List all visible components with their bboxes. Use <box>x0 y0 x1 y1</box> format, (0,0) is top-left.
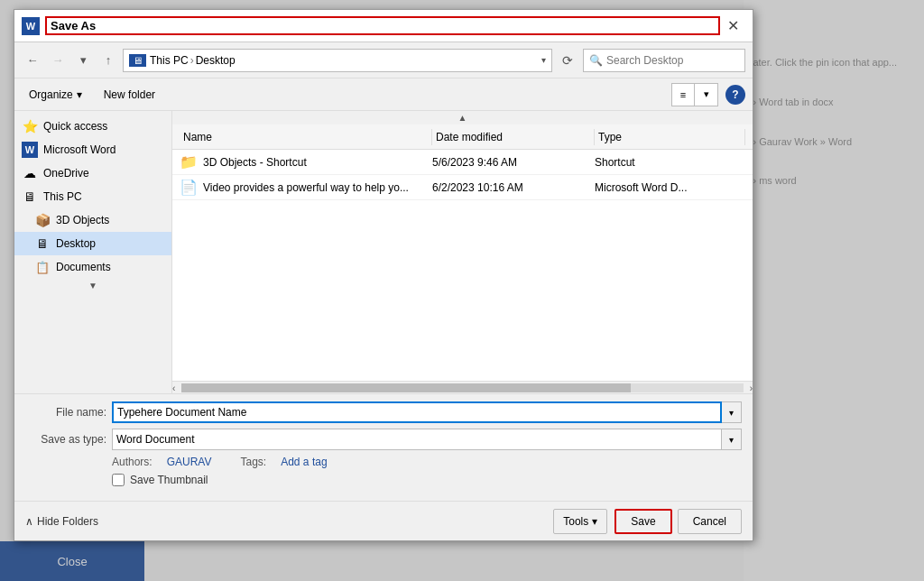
help-button[interactable]: ? <box>725 85 745 105</box>
scroll-up-icon: ▲ <box>458 113 467 123</box>
savetype-label: Save as type: <box>25 433 106 446</box>
view-dropdown-button[interactable]: ▾ <box>695 83 718 106</box>
sidebar-item-onedrive[interactable]: ☁ OneDrive <box>14 161 171 185</box>
scroll-right-btn[interactable]: › <box>750 383 753 393</box>
filename-row: File name: ▾ <box>25 401 742 423</box>
tools-button[interactable]: Tools ▾ <box>553 509 607 534</box>
filename-input-container: ▾ <box>112 401 742 423</box>
scroll-up-button[interactable]: ▲ <box>172 111 753 124</box>
sidebar-item-this-pc[interactable]: 🖥 This PC <box>14 185 171 208</box>
file-name-text-2: Video provides a powerful way to help yo… <box>203 181 409 194</box>
authors-value[interactable]: GAURAV <box>167 456 212 468</box>
savetype-container: Word Document ▾ <box>112 429 742 450</box>
h-scroll-thumb[interactable] <box>181 383 631 392</box>
scroll-left-btn[interactable]: ‹ <box>172 383 175 393</box>
col-header-name[interactable]: Name <box>180 129 432 145</box>
search-icon: 🔍 <box>589 54 603 67</box>
view-icon-button[interactable]: ≡ <box>671 83 695 106</box>
sidebar-item-documents[interactable]: 📋 Documents <box>14 255 171 279</box>
desktop-icon: 🖥 <box>34 235 51 252</box>
hide-folders-label: Hide Folders <box>37 515 98 528</box>
close-button[interactable]: ✕ <box>720 14 745 39</box>
desktop-label: Desktop <box>56 237 96 250</box>
address-bar[interactable]: 🖥 This PC › Desktop ▾ <box>123 49 552 72</box>
new-folder-button[interactable]: New folder <box>97 83 162 106</box>
col-header-date[interactable]: Date modified <box>432 129 595 145</box>
word-icon: W <box>22 17 40 35</box>
dropdown-history-button[interactable]: ▾ <box>72 50 94 71</box>
quick-access-icon: ⭐ <box>22 118 38 134</box>
documents-label: Documents <box>56 261 111 273</box>
file-list: 📁 3D Objects - Shortcut 5/6/2023 9:46 AM… <box>172 150 753 381</box>
save-button[interactable]: Save <box>614 509 671 534</box>
footer-bar: ∧ Hide Folders Tools ▾ Save Cancel <box>14 501 753 540</box>
thumbnail-row: Save Thumbnail <box>25 474 742 486</box>
sidebar-scroll-down[interactable]: ▼ <box>14 279 171 292</box>
file-name-2: 📄 Video provides a powerful way to help … <box>180 179 432 196</box>
quick-access-label: Quick access <box>43 120 107 133</box>
path-desktop[interactable]: Desktop <box>196 54 236 67</box>
sidebar-item-quick-access[interactable]: ⭐ Quick access <box>14 115 171 138</box>
col-header-type[interactable]: Type <box>595 129 745 145</box>
horizontal-scrollbar[interactable]: ‹ › <box>172 381 753 393</box>
refresh-button[interactable]: ⟳ <box>556 49 579 72</box>
organize-label: Organize <box>29 88 73 101</box>
thumbnail-checkbox[interactable] <box>112 474 125 486</box>
sidebar: ⭐ Quick access W Microsoft Word ☁ OneDri… <box>14 111 172 393</box>
sidebar-item-word[interactable]: W Microsoft Word <box>14 138 171 161</box>
3d-objects-icon: 📦 <box>34 212 51 228</box>
content-area: ⭐ Quick access W Microsoft Word ☁ OneDri… <box>14 111 753 393</box>
path-sep-1: › <box>190 54 194 67</box>
tags-label: Tags: <box>241 456 267 468</box>
this-pc-label: This PC <box>43 190 82 203</box>
title-bar: W Save As ✕ <box>14 10 753 42</box>
path-this-pc[interactable]: This PC <box>150 54 189 67</box>
file-icon-1: 📁 <box>180 153 198 171</box>
file-date-1: 5/6/2023 9:46 AM <box>432 156 595 169</box>
tools-label: Tools <box>563 515 588 528</box>
cancel-label: Cancel <box>693 515 726 528</box>
documents-icon: 📋 <box>34 259 51 275</box>
file-date-2: 6/2/2023 10:16 AM <box>432 181 595 194</box>
filename-dropdown-arrow[interactable]: ▾ <box>722 401 742 423</box>
view-control: ≡ ▾ <box>671 83 718 106</box>
savetype-row: Save as type: Word Document ▾ <box>25 429 742 450</box>
address-pc-icon: 🖥 <box>129 54 146 67</box>
tools-container: Tools ▾ Save Cancel <box>553 509 742 534</box>
sidebar-item-3d-objects[interactable]: 📦 3D Objects <box>14 208 171 232</box>
cancel-button[interactable]: Cancel <box>678 509 742 534</box>
nav-bar: ← → ▾ ↑ 🖥 This PC › Desktop ▾ ⟳ 🔍 <box>14 42 753 78</box>
save-label: Save <box>631 515 655 528</box>
organize-button[interactable]: Organize ▾ <box>22 83 89 106</box>
tools-arrow: ▾ <box>592 515 597 528</box>
file-type-1: Shortcut <box>595 156 745 169</box>
savetype-select[interactable]: Word Document <box>112 429 722 450</box>
onedrive-icon: ☁ <box>22 165 38 181</box>
this-pc-icon: 🖥 <box>22 189 38 205</box>
toolbar: Organize ▾ New folder ≡ ▾ ? <box>14 78 753 111</box>
save-as-dialog: W Save As ✕ ← → ▾ ↑ 🖥 This PC › Desktop … <box>14 9 753 541</box>
3d-objects-label: 3D Objects <box>56 214 109 226</box>
file-row[interactable]: 📄 Video provides a powerful way to help … <box>172 175 753 200</box>
tags-value[interactable]: Add a tag <box>281 456 327 468</box>
file-name-text-1: 3D Objects - Shortcut <box>203 156 307 169</box>
search-input[interactable] <box>606 54 739 67</box>
file-icon-2: 📄 <box>180 179 198 196</box>
back-button[interactable]: ← <box>22 50 43 71</box>
file-row[interactable]: 📁 3D Objects - Shortcut 5/6/2023 9:46 AM… <box>172 150 753 175</box>
hide-folders-button[interactable]: ∧ Hide Folders <box>25 515 98 528</box>
savetype-dropdown-arrow[interactable]: ▾ <box>722 429 742 450</box>
sidebar-item-desktop[interactable]: 🖥 Desktop <box>14 232 171 255</box>
onedrive-label: OneDrive <box>43 167 89 180</box>
column-headers: Name Date modified Type <box>172 124 753 150</box>
thumbnail-label: Save Thumbnail <box>130 474 208 486</box>
filename-input[interactable] <box>112 401 722 423</box>
forward-button[interactable]: → <box>47 50 69 71</box>
bottom-form-area: File name: ▾ Save as type: Word Document… <box>14 393 753 501</box>
address-dropdown-arrow[interactable]: ▾ <box>541 55 546 65</box>
search-box[interactable]: 🔍 <box>583 49 745 72</box>
file-list-container: ▲ Name Date modified Type 📁 3D Objects -… <box>172 111 753 393</box>
word-nav-icon: W <box>22 142 38 158</box>
meta-row: Authors: GAURAV Tags: Add a tag <box>25 456 742 468</box>
up-button[interactable]: ↑ <box>97 50 119 71</box>
